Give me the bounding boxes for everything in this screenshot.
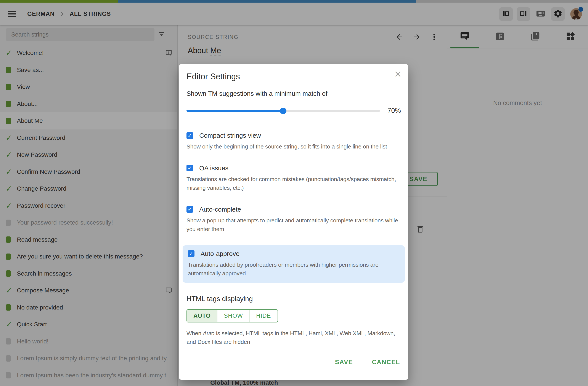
tm-slider-fill bbox=[187, 110, 283, 112]
compact-strings-checkbox-row[interactable]: Compact strings view bbox=[187, 132, 401, 139]
html-tags-option-hide[interactable]: HIDE bbox=[250, 310, 277, 322]
setting-description: Translations are checked for common mist… bbox=[187, 175, 401, 192]
setting-qa-issues: QA issues Translations are checked for c… bbox=[187, 164, 401, 192]
tm-match-slider[interactable] bbox=[187, 107, 380, 115]
save-button[interactable]: SAVE bbox=[335, 359, 353, 366]
html-tags-segmented-control: AUTO SHOW HIDE bbox=[187, 309, 278, 323]
qa-issues-checkbox-row[interactable]: QA issues bbox=[187, 164, 401, 172]
checkbox[interactable] bbox=[188, 250, 194, 257]
checkbox[interactable] bbox=[187, 132, 193, 139]
tm-term[interactable]: TM bbox=[208, 90, 217, 98]
cancel-button[interactable]: CANCEL bbox=[372, 359, 400, 366]
html-tags-option-auto[interactable]: AUTO bbox=[187, 310, 217, 322]
auto-approve-checkbox-row[interactable]: Auto-approve bbox=[188, 250, 399, 257]
setting-auto-complete: Auto-complete Show a pop-up that attempt… bbox=[187, 206, 401, 234]
setting-description: Show only the beginning of the source st… bbox=[187, 142, 401, 151]
setting-description: Translations added by proofreaders or me… bbox=[188, 260, 399, 278]
close-icon[interactable]: ✕ bbox=[394, 70, 402, 79]
html-tags-note: When Auto is selected, HTML tags in the … bbox=[187, 329, 401, 347]
html-tags-option-show[interactable]: SHOW bbox=[217, 310, 250, 322]
editor-settings-dialog: Editor Settings ✕ Shown TM suggestions w… bbox=[179, 64, 408, 380]
dialog-title: Editor Settings bbox=[187, 72, 401, 81]
setting-compact-strings: Compact strings view Show only the begin… bbox=[187, 132, 401, 151]
setting-auto-approve-highlighted: Auto-approve Translations added by proof… bbox=[183, 245, 405, 283]
auto-complete-checkbox-row[interactable]: Auto-complete bbox=[187, 206, 401, 213]
setting-description: Show a pop-up that attempts to predict a… bbox=[187, 216, 401, 234]
tm-suggestions-label: Shown TM suggestions with a minimum matc… bbox=[187, 90, 401, 97]
checkbox[interactable] bbox=[187, 165, 193, 171]
html-tags-heading: HTML tags displaying bbox=[187, 295, 401, 303]
tm-slider-value: 70% bbox=[387, 107, 401, 115]
checkbox[interactable] bbox=[187, 206, 193, 213]
tm-slider-handle[interactable] bbox=[280, 108, 286, 114]
